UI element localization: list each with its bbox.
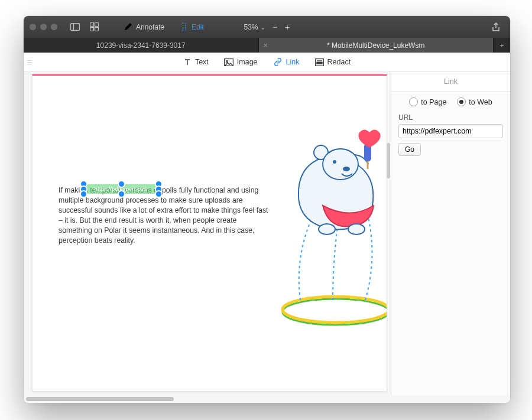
zoom-in-button[interactable]: +: [285, 22, 290, 32]
radio-label: to Page: [421, 98, 446, 106]
resize-handle[interactable]: [81, 191, 86, 197]
document-page[interactable]: If making temporary versions of polls fu…: [32, 74, 387, 392]
zoom-out-button[interactable]: −: [273, 22, 278, 32]
svg-rect-5: [95, 28, 98, 31]
tab-title: 10239-visa-2341-7639-3017: [96, 41, 186, 50]
tab-title: * MobileMultiDevice_LukeWsm: [327, 41, 424, 50]
horizontal-scrollbar[interactable]: [24, 395, 510, 403]
edit-redact-tool[interactable]: Redact: [315, 58, 351, 66]
svg-rect-2: [90, 23, 93, 27]
chevron-down-icon: ⌄: [259, 25, 265, 31]
radio-icon: [409, 97, 418, 106]
link-selection[interactable]: https://pdfexpert.com: [84, 184, 158, 194]
sidebar-icon: [70, 23, 80, 31]
edit-text-tool[interactable]: Text: [183, 58, 209, 66]
inspector-title: Link: [391, 72, 510, 92]
edit-toolbar: Text Image Link Redact: [24, 53, 510, 72]
tab-strip: 10239-visa-2341-7639-3017 × * MobileMult…: [24, 38, 510, 53]
traffic-minimize-icon[interactable]: [40, 24, 47, 30]
toolbar-drag-handle[interactable]: [27, 53, 33, 71]
svg-point-17: [333, 160, 336, 164]
svg-point-7: [226, 60, 228, 62]
redact-icon: [315, 58, 324, 66]
link-target-radio-group: to Page to Web: [398, 97, 503, 106]
scroll-thumb[interactable]: [26, 397, 174, 401]
resize-handle[interactable]: [156, 181, 161, 187]
thumbnails-button[interactable]: [87, 20, 101, 34]
svg-point-16: [323, 149, 358, 180]
body-paragraph: If making temporary versions of polls fu…: [59, 185, 271, 246]
edit-mode-button[interactable]: Edit: [180, 22, 204, 31]
link-icon: [273, 58, 283, 66]
edit-label: Edit: [192, 23, 204, 31]
text-icon: [183, 58, 192, 66]
svg-point-19: [319, 224, 335, 235]
svg-rect-4: [90, 28, 93, 31]
link-to-page-radio[interactable]: to Page: [409, 97, 446, 106]
zoom-value[interactable]: 53% ⌄: [244, 23, 265, 31]
pencil-icon: [124, 22, 132, 31]
link-to-web-radio[interactable]: to Web: [457, 97, 492, 106]
traffic-zoom-icon[interactable]: [51, 24, 57, 30]
traffic-close-icon[interactable]: [30, 24, 36, 30]
radio-icon: [457, 97, 466, 106]
close-tab-button[interactable]: ×: [264, 41, 268, 50]
text-cursor-icon: [180, 22, 188, 31]
zoom-control[interactable]: 53% ⌄ − +: [244, 22, 290, 32]
image-icon: [224, 58, 233, 66]
sidebar-toggle-button[interactable]: [68, 20, 82, 34]
tool-label: Text: [195, 58, 209, 66]
url-input[interactable]: [398, 124, 503, 138]
svg-rect-0: [71, 24, 80, 31]
go-button[interactable]: Go: [398, 143, 421, 156]
svg-point-12: [283, 297, 387, 323]
resize-handle[interactable]: [119, 191, 124, 197]
resize-handle[interactable]: [156, 191, 161, 197]
tool-label: Link: [286, 58, 300, 66]
illustration-polar-bear: [259, 123, 387, 324]
vertical-scrollbar[interactable]: [387, 143, 390, 178]
window-controls[interactable]: [30, 24, 57, 30]
radio-label: to Web: [469, 98, 492, 106]
tool-label: Redact: [327, 58, 351, 66]
edit-link-tool[interactable]: Link: [273, 58, 300, 66]
svg-point-11: [283, 299, 387, 325]
new-tab-button[interactable]: +: [494, 38, 510, 53]
annotate-label: Annotate: [136, 23, 164, 31]
svg-rect-10: [317, 62, 322, 64]
grid-icon: [90, 22, 99, 31]
svg-point-20: [348, 224, 365, 235]
edit-image-tool[interactable]: Image: [224, 58, 258, 66]
document-tab[interactable]: × * MobileMultiDevice_LukeWsm: [259, 38, 494, 53]
share-button[interactable]: [489, 20, 503, 34]
tool-label: Image: [237, 58, 258, 66]
titlebar: Annotate Edit 53% ⌄ − +: [24, 16, 510, 38]
svg-rect-3: [95, 23, 98, 27]
url-field-label: URL: [398, 113, 503, 122]
body: If making temporary versions of polls fu…: [24, 72, 510, 395]
share-icon: [492, 22, 500, 32]
document-canvas[interactable]: If making temporary versions of polls fu…: [24, 72, 391, 395]
app-window: Annotate Edit 53% ⌄ − + 10239-visa-2341-…: [24, 16, 510, 403]
document-tab[interactable]: 10239-visa-2341-7639-3017: [24, 38, 259, 53]
link-inspector: Link to Page to Web URL Go: [391, 72, 510, 395]
resize-handle[interactable]: [81, 181, 86, 187]
annotate-mode-button[interactable]: Annotate: [124, 22, 164, 31]
resize-handle[interactable]: [119, 181, 124, 187]
svg-point-18: [343, 167, 350, 171]
